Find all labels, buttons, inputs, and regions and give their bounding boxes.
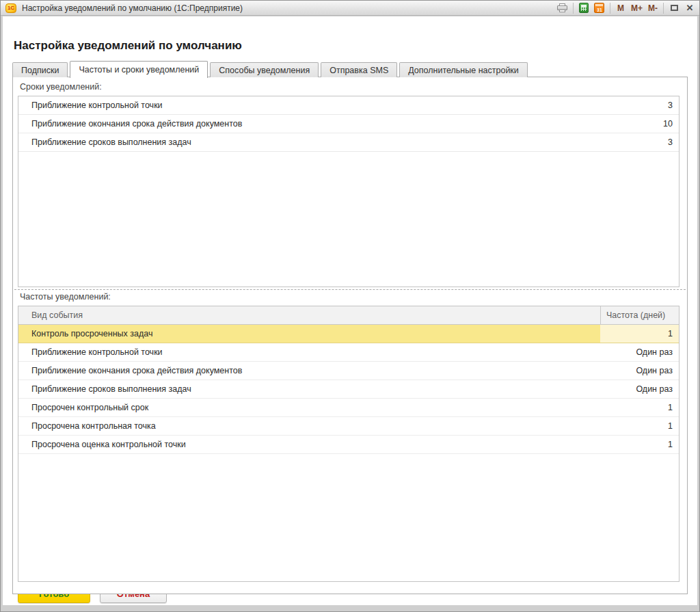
tab-1[interactable]: Подписки — [12, 62, 68, 77]
frequency-cell: Один раз — [600, 366, 679, 375]
app-window: 1С Настройка уведомлений по умолчанию (1… — [0, 0, 700, 612]
titlebar-divider — [573, 3, 574, 14]
titlebar-divider — [663, 3, 664, 14]
calendar-icon[interactable]: 31 — [594, 2, 605, 14]
frequency-cell: 1 — [600, 440, 679, 449]
event-type-cell: Приближение сроков выполнения задач — [18, 384, 600, 394]
terms-list-item[interactable]: Приближение сроков выполнения задач3 — [18, 133, 679, 152]
frequency-table-row[interactable]: Просрочена оценка контрольной точки1 — [18, 436, 679, 454]
frequency-cell: Один раз — [600, 384, 679, 394]
column-header-event-type[interactable]: Вид события — [18, 306, 600, 324]
calculator-icon[interactable] — [578, 2, 589, 14]
window-content: Настройка уведомлений по умолчанию Подпи… — [3, 16, 697, 605]
term-label: Приближение окончания срока действия док… — [18, 119, 663, 129]
tab-panel: Сроки уведомлений: Приближение контрольн… — [12, 77, 688, 594]
freq-section-label: Частоты уведомлений: — [20, 292, 111, 302]
event-type-cell: Просрочена оценка контрольной точки — [18, 440, 600, 449]
frequency-table-row[interactable]: Приближение контрольной точкиОдин раз — [18, 343, 679, 362]
page-title: Настройка уведомлений по умолчанию — [14, 39, 242, 53]
table-header-row: Вид события Частота (дней) — [18, 306, 679, 325]
window-title: Настройка уведомлений по умолчанию (1С:П… — [22, 3, 557, 13]
frequency-cell: Один раз — [600, 347, 679, 357]
memory-recall-button[interactable]: M — [615, 2, 626, 14]
memory-add-button[interactable]: M+ — [631, 2, 643, 14]
frequency-table-row[interactable]: Приближение окончания срока действия док… — [18, 362, 679, 380]
tab-bar: ПодпискиЧастоты и сроки уведомленийСпосо… — [12, 60, 530, 77]
terms-list-item[interactable]: Приближение окончания срока действия док… — [18, 115, 679, 133]
term-days-value: 10 — [663, 119, 679, 129]
frequency-cell: 1 — [600, 421, 679, 431]
terms-list-item[interactable]: Приближение контрольной точки3 — [18, 96, 679, 115]
event-type-cell: Приближение окончания срока действия док… — [18, 366, 600, 375]
term-days-value: 3 — [668, 137, 679, 147]
titlebar-controls: 31 M M+ M- ✕ — [557, 2, 695, 14]
close-button[interactable]: ✕ — [684, 2, 695, 14]
frequency-table-row[interactable]: Просрочена контрольная точка1 — [18, 417, 679, 436]
print-icon[interactable] — [557, 2, 568, 14]
event-type-cell: Просрочен контрольный срок — [18, 403, 600, 412]
tab-3[interactable]: Способы уведомления — [210, 62, 319, 77]
column-header-frequency[interactable]: Частота (дней) — [600, 306, 679, 324]
terms-section-label: Сроки уведомлений: — [20, 82, 102, 92]
memory-subtract-button[interactable]: M- — [647, 2, 658, 14]
title-bar: 1С Настройка уведомлений по умолчанию (1… — [1, 1, 699, 16]
section-splitter[interactable] — [14, 289, 686, 290]
event-type-cell: Просрочена контрольная точка — [18, 421, 600, 431]
event-type-cell: Приближение контрольной точки — [18, 347, 600, 357]
tab-2[interactable]: Частоты и сроки уведомлений — [70, 61, 208, 78]
tab-4[interactable]: Отправка SMS — [321, 62, 397, 77]
term-days-value: 3 — [668, 101, 679, 110]
frequency-cell: 1 — [600, 403, 679, 412]
notification-frequency-table[interactable]: Вид события Частота (дней) Контроль прос… — [18, 306, 679, 582]
table-body: Контроль просроченных задач1Приближение … — [18, 325, 679, 454]
maximize-icon — [671, 5, 678, 11]
frequency-table-row[interactable]: Просрочен контрольный срок1 — [18, 399, 679, 417]
frequency-table-row[interactable]: Приближение сроков выполнения задачОдин … — [18, 380, 679, 399]
maximize-button[interactable] — [669, 2, 679, 14]
titlebar-divider — [610, 3, 610, 14]
event-type-cell: Контроль просроченных задач — [18, 325, 600, 343]
1c-logo-icon: 1С — [5, 3, 16, 13]
term-label: Приближение контрольной точки — [18, 101, 668, 110]
notification-terms-list[interactable]: Приближение контрольной точки3Приближени… — [18, 96, 679, 287]
frequency-table-row[interactable]: Контроль просроченных задач1 — [18, 325, 679, 343]
term-label: Приближение сроков выполнения задач — [18, 137, 668, 147]
frequency-cell: 1 — [600, 325, 679, 343]
tab-5[interactable]: Дополнительные настройки — [399, 62, 528, 77]
